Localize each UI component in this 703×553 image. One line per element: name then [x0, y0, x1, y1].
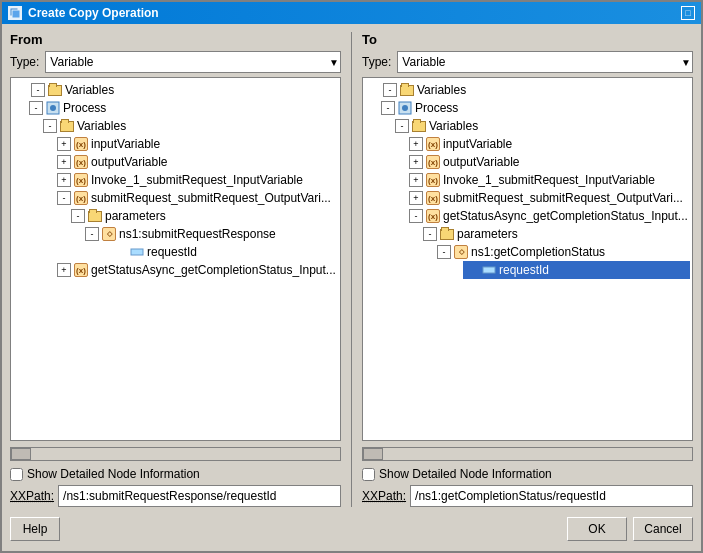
from-expand-invoke1[interactable]: +	[57, 173, 71, 187]
from-ns1submit-label: ns1:submitRequestResponse	[119, 227, 276, 241]
cancel-button[interactable]: Cancel	[633, 517, 693, 541]
to-expand-submitrequest[interactable]: +	[409, 191, 423, 205]
to-node-inputvar[interactable]: + (x) inputVariable	[407, 135, 690, 153]
bottom-bar: Help OK Cancel	[10, 513, 693, 543]
variable-icon: (x)	[73, 136, 89, 152]
to-expand-ns1get[interactable]: -	[437, 245, 451, 259]
help-button[interactable]: Help	[10, 517, 60, 541]
from-show-detailed-label: Show Detailed Node Information	[27, 467, 200, 481]
from-scrollbar[interactable]	[10, 447, 341, 461]
to-expand-params[interactable]: -	[423, 227, 437, 241]
variable-icon: (x)	[425, 172, 441, 188]
from-params-label: parameters	[105, 209, 166, 223]
to-node-process[interactable]: - Process	[379, 99, 690, 117]
to-expand-inputvar[interactable]: +	[409, 137, 423, 151]
from-expand-vars-root[interactable]: -	[31, 83, 45, 97]
from-node-variables-root[interactable]: - Variables	[13, 81, 338, 99]
to-scroll-thumb[interactable]	[363, 448, 383, 460]
ok-cancel-group: OK Cancel	[567, 517, 693, 541]
from-node-inputvar[interactable]: + (x) inputVariable	[55, 135, 338, 153]
variable-icon: (x)	[73, 172, 89, 188]
from-type-select[interactable]: Variable	[45, 51, 341, 73]
from-node-invoke1[interactable]: + (x) Invoke_1_submitRequest_InputVariab…	[55, 171, 338, 189]
from-expand-outputvar[interactable]: +	[57, 155, 71, 169]
create-copy-operation-dialog: Create Copy Operation □ From Type: Varia…	[0, 0, 703, 553]
from-xpath-label: XXPath:	[10, 489, 54, 503]
to-xpath-input[interactable]	[410, 485, 693, 507]
process-icon	[397, 100, 413, 116]
to-expand-invoke1[interactable]: +	[409, 173, 423, 187]
to-xpath-label: XXPath:	[362, 489, 406, 503]
from-outputvar-label: outputVariable	[91, 155, 168, 169]
titlebar: Create Copy Operation □	[2, 2, 701, 24]
from-show-detailed-checkbox[interactable]	[10, 468, 23, 481]
from-submitrequest-label: submitRequest_submitRequest_OutputVari..…	[91, 191, 331, 205]
window-maximize-button[interactable]: □	[681, 6, 695, 20]
from-node-getstatus[interactable]: + (x) getStatusAsync_getCompletionStatus…	[55, 261, 338, 279]
to-type-select[interactable]: Variable	[397, 51, 693, 73]
variable-icon: (x)	[73, 190, 89, 206]
folder-icon	[439, 226, 455, 242]
variable-icon: (x)	[73, 154, 89, 170]
to-getstatus-label: getStatusAsync_getCompletionStatus_Input…	[443, 209, 688, 223]
from-node-ns1submit[interactable]: - ◇ ns1:submitRequestResponse	[83, 225, 338, 243]
svg-rect-7	[483, 267, 495, 273]
to-show-detailed-checkbox[interactable]	[362, 468, 375, 481]
to-ns1get-label: ns1:getCompletionStatus	[471, 245, 605, 259]
from-expand-ns1submit[interactable]: -	[85, 227, 99, 241]
from-node-params[interactable]: - parameters	[69, 207, 338, 225]
to-node-params[interactable]: - parameters	[421, 225, 690, 243]
from-expand-submitrequest[interactable]: -	[57, 191, 71, 205]
to-node-submitrequest[interactable]: + (x) submitRequest_submitRequest_Output…	[407, 189, 690, 207]
to-node-requestid[interactable]: requestId	[463, 261, 690, 279]
from-node-process[interactable]: - Process	[27, 99, 338, 117]
to-expand-process[interactable]: -	[381, 101, 395, 115]
to-show-detailed-row: Show Detailed Node Information	[362, 467, 693, 481]
from-node-submitrequest[interactable]: - (x) submitRequest_submitRequest_Output…	[55, 189, 338, 207]
from-expand-process[interactable]: -	[29, 101, 43, 115]
ok-button[interactable]: OK	[567, 517, 627, 541]
svg-point-3	[50, 105, 56, 111]
to-expand-vars2[interactable]: -	[395, 119, 409, 133]
variable-icon: (x)	[425, 190, 441, 206]
to-scrollbar[interactable]	[362, 447, 693, 461]
to-node-outputvar[interactable]: + (x) outputVariable	[407, 153, 690, 171]
from-requestid-label: requestId	[147, 245, 197, 259]
from-node-vars2[interactable]: - Variables	[41, 117, 338, 135]
to-submitrequest-label: submitRequest_submitRequest_OutputVari..…	[443, 191, 683, 205]
to-expand-getstatus[interactable]: -	[409, 209, 423, 223]
from-tree[interactable]: - Variables - Process	[10, 77, 341, 441]
from-node-requestid[interactable]: requestId	[111, 243, 338, 261]
from-type-label: Type:	[10, 55, 39, 69]
from-expand-vars2[interactable]: -	[43, 119, 57, 133]
svg-rect-1	[12, 10, 20, 18]
titlebar-title: Create Copy Operation	[28, 6, 159, 20]
to-node-vars2[interactable]: - Variables	[393, 117, 690, 135]
to-expand-outputvar[interactable]: +	[409, 155, 423, 169]
from-xpath-row: XXPath:	[10, 485, 341, 507]
to-invoke1-label: Invoke_1_submitRequest_InputVariable	[443, 173, 655, 187]
to-title: To	[362, 32, 693, 47]
to-node-variables-root[interactable]: - Variables	[365, 81, 690, 99]
to-xpath-row: XXPath:	[362, 485, 693, 507]
from-node-outputvar[interactable]: + (x) outputVariable	[55, 153, 338, 171]
from-show-detailed-row: Show Detailed Node Information	[10, 467, 341, 481]
folder-icon	[411, 118, 427, 134]
variable-icon: ◇	[101, 226, 117, 242]
from-process-label: Process	[63, 101, 106, 115]
to-show-detailed-label: Show Detailed Node Information	[379, 467, 552, 481]
from-xpath-input[interactable]	[58, 485, 341, 507]
from-expand-inputvar[interactable]: +	[57, 137, 71, 151]
from-expand-getstatus[interactable]: +	[57, 263, 71, 277]
to-node-getstatus[interactable]: - (x) getStatusAsync_getCompletionStatus…	[407, 207, 690, 225]
to-tree[interactable]: - Variables - Process	[362, 77, 693, 441]
from-panel: From Type: Variable ▼	[10, 32, 341, 507]
from-expand-params[interactable]: -	[71, 209, 85, 223]
to-node-ns1get[interactable]: - ◇ ns1:getCompletionStatus	[435, 243, 690, 261]
variable-icon: ◇	[453, 244, 469, 260]
from-scroll-thumb[interactable]	[11, 448, 31, 460]
to-node-invoke1[interactable]: + (x) Invoke_1_submitRequest_InputVariab…	[407, 171, 690, 189]
to-expand-vars-root[interactable]: -	[383, 83, 397, 97]
to-type-select-wrapper: Variable ▼	[397, 51, 693, 73]
variable-icon: (x)	[73, 262, 89, 278]
